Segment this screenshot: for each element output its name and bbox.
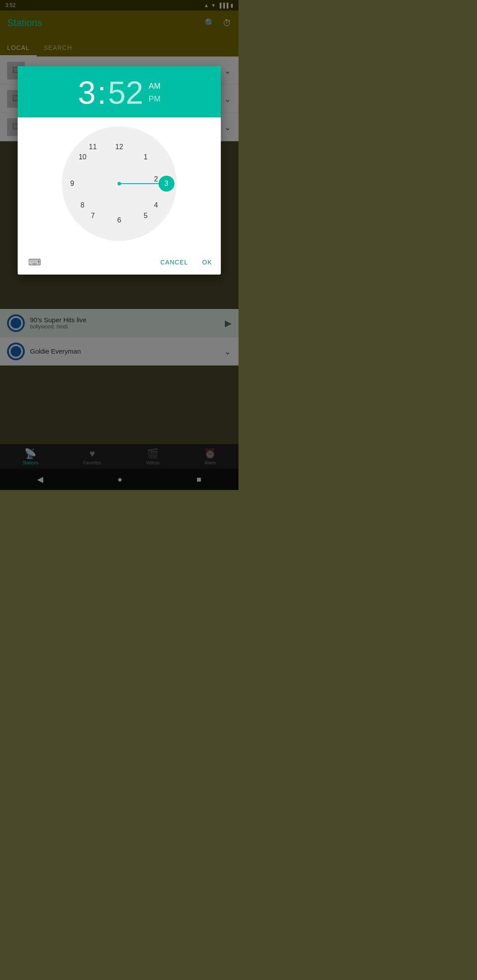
time-colon: : <box>97 77 106 109</box>
clock-num-6[interactable]: 6 <box>111 212 127 228</box>
clock-num-9[interactable]: 9 <box>64 176 80 192</box>
clock-num-3[interactable]: 3 <box>159 176 174 192</box>
am-option[interactable]: AM <box>149 81 161 92</box>
ok-button[interactable]: OK <box>197 254 217 270</box>
clock-num-1[interactable]: 1 <box>138 149 154 165</box>
clock-num-8[interactable]: 8 <box>75 197 91 213</box>
clock-num-12[interactable]: 12 <box>111 139 127 155</box>
time-display: 3 : 52 AM PM <box>78 77 160 109</box>
time-minute[interactable]: 52 <box>108 77 143 109</box>
time-picker-dialog: 3 : 52 AM PM 12 1 2 3 4 5 6 <box>18 66 221 275</box>
clock-face[interactable]: 12 1 2 3 4 5 6 7 8 9 10 11 <box>62 126 177 241</box>
clock-num-11[interactable]: 11 <box>85 139 101 155</box>
time-ampm: AM PM <box>149 81 161 105</box>
dialog-actions: ⌨ CANCEL OK <box>18 250 221 275</box>
time-header: 3 : 52 AM PM <box>18 66 221 117</box>
cancel-button[interactable]: CANCEL <box>155 254 193 270</box>
keyboard-button[interactable]: ⌨ <box>25 253 45 271</box>
clock-container: 12 1 2 3 4 5 6 7 8 9 10 11 <box>18 117 221 250</box>
svg-point-1 <box>117 182 121 185</box>
clock-num-5[interactable]: 5 <box>138 208 154 224</box>
time-hour[interactable]: 3 <box>78 77 95 109</box>
pm-option[interactable]: PM <box>149 94 161 105</box>
